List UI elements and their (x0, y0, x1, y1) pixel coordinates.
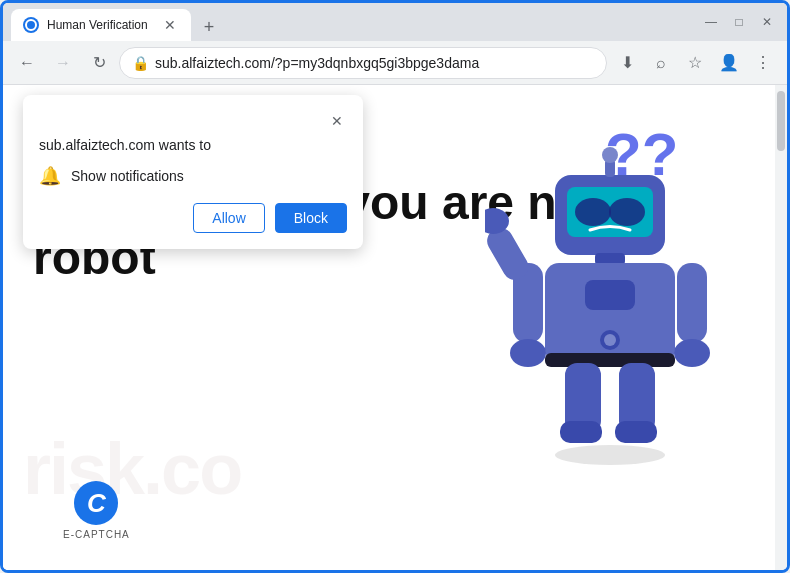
notification-popup: ✕ sub.alfaiztech.com wants to 🔔 Show not… (23, 95, 363, 249)
page-background: risk.co Click Allow if you are not a rob… (3, 85, 775, 570)
content-area: risk.co Click Allow if you are not a rob… (3, 85, 787, 570)
search-icon[interactable]: ⌕ (645, 47, 677, 79)
robot-illustration: ?? (485, 115, 765, 495)
bookmark-icon[interactable]: ☆ (679, 47, 711, 79)
title-bar: Human Verification ✕ + — □ ✕ (3, 3, 787, 41)
minimize-button[interactable]: — (699, 10, 723, 34)
allow-button[interactable]: Allow (193, 203, 264, 233)
notification-text: Show notifications (71, 168, 184, 184)
back-button[interactable]: ← (11, 47, 43, 79)
svg-point-6 (602, 147, 618, 163)
bell-icon: 🔔 (39, 165, 61, 187)
scrollbar[interactable] (775, 85, 787, 570)
popup-buttons: Allow Block (39, 203, 347, 233)
profile-icon[interactable]: 👤 (713, 47, 745, 79)
svg-point-11 (604, 334, 616, 346)
page-content: risk.co Click Allow if you are not a rob… (3, 85, 775, 570)
browser-window: Human Verification ✕ + — □ ✕ ← → ↻ 🔒 sub… (0, 0, 790, 573)
svg-rect-22 (615, 421, 657, 443)
close-button[interactable]: ✕ (755, 10, 779, 34)
tab-favicon-icon (23, 17, 39, 33)
popup-close-button[interactable]: ✕ (327, 111, 347, 131)
popup-notification-row: 🔔 Show notifications (39, 165, 347, 187)
browser-tab[interactable]: Human Verification ✕ (11, 9, 191, 41)
forward-button[interactable]: → (47, 47, 79, 79)
toolbar: ← → ↻ 🔒 sub.alfaiztech.com/?p=my3dqnbxgq… (3, 41, 787, 85)
watermark-text: risk.co (23, 428, 241, 510)
ecaptcha-label: E-CAPTCHA (63, 529, 130, 540)
svg-point-4 (609, 198, 645, 226)
svg-point-18 (674, 339, 710, 367)
scrollbar-thumb[interactable] (777, 91, 785, 151)
ecaptcha-c-letter: C (87, 488, 106, 519)
tab-title: Human Verification (47, 18, 153, 32)
svg-rect-12 (545, 353, 675, 367)
toolbar-icons: ⬇ ⌕ ☆ 👤 ⋮ (611, 47, 779, 79)
download-icon[interactable]: ⬇ (611, 47, 643, 79)
svg-point-14 (510, 339, 546, 367)
window-controls: — □ ✕ (699, 10, 779, 34)
ecaptcha-logo: C E-CAPTCHA (63, 481, 130, 540)
svg-rect-20 (560, 421, 602, 443)
svg-point-23 (555, 445, 665, 465)
tab-area: Human Verification ✕ + (11, 3, 685, 41)
maximize-button[interactable]: □ (727, 10, 751, 34)
address-text: sub.alfaiztech.com/?p=my3dqnbxgq5gi3bpge… (155, 55, 594, 71)
block-button[interactable]: Block (275, 203, 347, 233)
tab-close-button[interactable]: ✕ (161, 16, 179, 34)
address-bar[interactable]: 🔒 sub.alfaiztech.com/?p=my3dqnbxgq5gi3bp… (119, 47, 607, 79)
popup-site-name: sub.alfaiztech.com wants to (39, 137, 347, 153)
new-tab-button[interactable]: + (195, 13, 223, 41)
svg-rect-17 (677, 263, 707, 343)
svg-point-3 (575, 198, 611, 226)
svg-rect-9 (585, 280, 635, 310)
more-menu-icon[interactable]: ⋮ (747, 47, 779, 79)
reload-button[interactable]: ↻ (83, 47, 115, 79)
ecaptcha-circle: C (74, 481, 118, 525)
popup-close-row: ✕ (39, 111, 347, 131)
lock-icon: 🔒 (132, 55, 149, 71)
